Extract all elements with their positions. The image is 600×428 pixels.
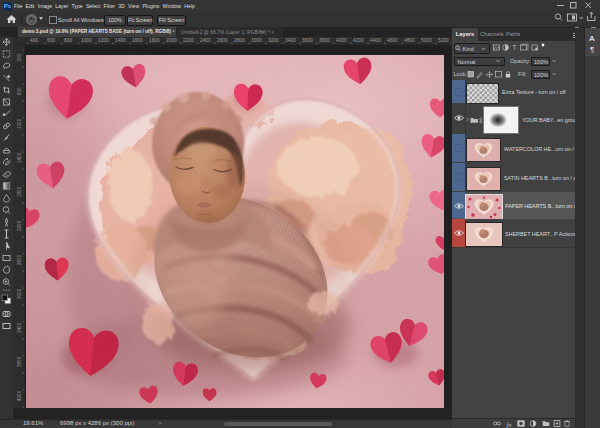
svg-text:4400: 4400 <box>370 38 381 43</box>
svg-text:2200: 2200 <box>183 38 194 43</box>
svg-text:1200: 1200 <box>98 38 109 43</box>
svg-text:3800: 3800 <box>319 38 330 43</box>
svg-text:Kind: Kind <box>463 45 474 51</box>
svg-text:5000: 5000 <box>421 38 432 43</box>
svg-text:600: 600 <box>47 38 55 43</box>
svg-text:1800: 1800 <box>149 38 160 43</box>
svg-text:3400: 3400 <box>17 322 22 333</box>
svg-text:2200: 2200 <box>17 220 22 231</box>
svg-text:4000: 4000 <box>336 38 347 43</box>
svg-text:2000: 2000 <box>166 38 177 43</box>
svg-text:2800: 2800 <box>234 38 245 43</box>
svg-text:4600: 4600 <box>387 38 398 43</box>
svg-text:1000: 1000 <box>81 38 92 43</box>
svg-text:fx: fx <box>507 421 513 428</box>
svg-text:3600: 3600 <box>302 38 313 43</box>
svg-text:1600: 1600 <box>132 38 143 43</box>
svg-text:5200: 5200 <box>438 38 449 43</box>
svg-text:2600: 2600 <box>217 38 228 43</box>
svg-text:3800: 3800 <box>17 356 22 367</box>
svg-text:1000: 1000 <box>17 118 22 129</box>
svg-text:1400: 1400 <box>115 38 126 43</box>
svg-text:2600: 2600 <box>17 254 22 265</box>
svg-text:400: 400 <box>30 38 38 43</box>
svg-text:1400: 1400 <box>17 152 22 163</box>
svg-text:3400: 3400 <box>285 38 296 43</box>
svg-text:800: 800 <box>64 38 72 43</box>
svg-text:600: 600 <box>17 87 22 95</box>
svg-text:2400: 2400 <box>200 38 211 43</box>
svg-text:3000: 3000 <box>17 288 22 299</box>
svg-text:4200: 4200 <box>17 390 22 401</box>
svg-text:1800: 1800 <box>17 186 22 197</box>
svg-text:200: 200 <box>17 53 22 61</box>
svg-text:3000: 3000 <box>251 38 262 43</box>
svg-text:4200: 4200 <box>353 38 364 43</box>
svg-text:T: T <box>513 44 517 51</box>
svg-text:3200: 3200 <box>268 38 279 43</box>
svg-text:4800: 4800 <box>404 38 415 43</box>
